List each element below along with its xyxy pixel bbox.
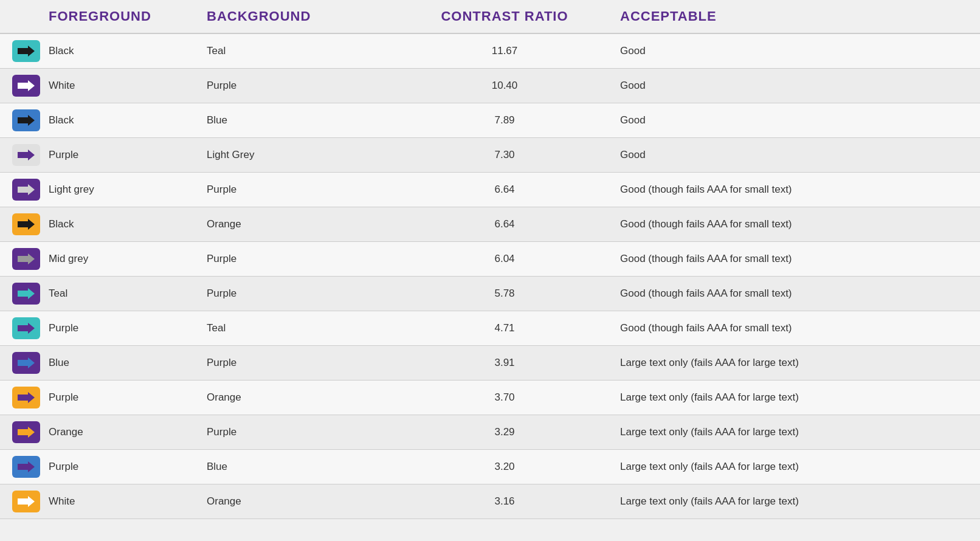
foreground-label: Light grey bbox=[49, 184, 94, 196]
svg-marker-4 bbox=[18, 184, 35, 195]
color-badge bbox=[12, 40, 40, 62]
color-badge bbox=[12, 213, 40, 235]
color-badge bbox=[12, 248, 40, 270]
table-row: PurpleLight Grey7.30Good bbox=[0, 138, 980, 173]
foreground-cell: Mid grey bbox=[12, 248, 182, 270]
foreground-cell: Blue bbox=[12, 352, 182, 374]
background-cell: Orange bbox=[195, 484, 401, 519]
background-label: Teal bbox=[207, 322, 226, 334]
foreground-label: Blue bbox=[49, 357, 69, 369]
background-cell: Teal bbox=[195, 311, 401, 346]
contrast-ratio-table-container: FOREGROUND BACKGROUND CONTRAST RATIO ACC… bbox=[0, 0, 980, 541]
color-badge bbox=[12, 317, 40, 339]
acceptable-label: Good bbox=[608, 103, 980, 138]
background-cell: Light Grey bbox=[195, 138, 401, 173]
foreground-label: Black bbox=[49, 45, 74, 57]
color-badge bbox=[12, 283, 40, 305]
contrast-ratio-value: 5.78 bbox=[401, 277, 608, 311]
color-badge bbox=[12, 421, 40, 443]
contrast-ratio-value: 6.64 bbox=[401, 207, 608, 242]
background-label: Orange bbox=[207, 218, 241, 230]
foreground-label: Purple bbox=[49, 322, 78, 334]
svg-marker-0 bbox=[18, 46, 35, 57]
background-label: Purple bbox=[207, 357, 236, 368]
svg-marker-1 bbox=[18, 80, 35, 91]
color-badge bbox=[12, 144, 40, 166]
background-label: Purple bbox=[207, 426, 236, 438]
acceptable-label: Large text only (fails AAA for large tex… bbox=[608, 484, 980, 519]
header-contrast-ratio: CONTRAST RATIO bbox=[401, 0, 608, 33]
svg-marker-8 bbox=[18, 323, 35, 334]
svg-marker-2 bbox=[18, 115, 35, 126]
acceptable-label: Good (though fails AAA for small text) bbox=[608, 207, 980, 242]
svg-marker-6 bbox=[18, 253, 35, 264]
foreground-label: Black bbox=[49, 218, 74, 230]
table-row: TealPurple5.78Good (though fails AAA for… bbox=[0, 277, 980, 311]
background-label: Light Grey bbox=[207, 149, 254, 160]
acceptable-label: Good (though fails AAA for small text) bbox=[608, 242, 980, 277]
background-cell: Purple bbox=[195, 277, 401, 311]
foreground-label: White bbox=[49, 495, 75, 508]
table-row: WhitePurple10.40Good bbox=[0, 69, 980, 103]
color-badge bbox=[12, 352, 40, 374]
background-cell: Blue bbox=[195, 103, 401, 138]
header-acceptable: ACCEPTABLE bbox=[608, 0, 980, 33]
acceptable-label: Large text only (fails AAA for large tex… bbox=[608, 381, 980, 415]
svg-marker-3 bbox=[18, 150, 35, 160]
foreground-cell: Purple bbox=[12, 387, 182, 408]
background-label: Purple bbox=[207, 253, 236, 264]
background-label: Purple bbox=[207, 184, 236, 195]
contrast-ratio-value: 7.30 bbox=[401, 138, 608, 173]
contrast-ratio-value: 11.67 bbox=[401, 33, 608, 69]
header-background: BACKGROUND bbox=[195, 0, 401, 33]
foreground-label: Purple bbox=[49, 149, 78, 161]
background-cell: Purple bbox=[195, 415, 401, 450]
contrast-ratio-value: 3.70 bbox=[401, 381, 608, 415]
foreground-cell: Purple bbox=[12, 144, 182, 166]
contrast-ratio-value: 6.64 bbox=[401, 173, 608, 207]
background-cell: Purple bbox=[195, 346, 401, 381]
table-row: BlackOrange6.64Good (though fails AAA fo… bbox=[0, 207, 980, 242]
background-label: Purple bbox=[207, 80, 236, 91]
background-label: Orange bbox=[207, 391, 241, 403]
acceptable-label: Good (though fails AAA for small text) bbox=[608, 277, 980, 311]
acceptable-label: Large text only (fails AAA for large tex… bbox=[608, 415, 980, 450]
background-cell: Purple bbox=[195, 173, 401, 207]
table-row: PurpleBlue3.20Large text only (fails AAA… bbox=[0, 450, 980, 484]
background-label: Teal bbox=[207, 45, 226, 57]
background-cell: Teal bbox=[195, 33, 401, 69]
acceptable-label: Good bbox=[608, 138, 980, 173]
foreground-cell: Black bbox=[12, 213, 182, 235]
background-label: Blue bbox=[207, 114, 227, 126]
foreground-cell: White bbox=[12, 491, 182, 512]
svg-marker-9 bbox=[18, 357, 35, 368]
color-badge bbox=[12, 491, 40, 512]
background-cell: Orange bbox=[195, 207, 401, 242]
foreground-cell: Orange bbox=[12, 421, 182, 443]
table-row: Mid greyPurple6.04Good (though fails AAA… bbox=[0, 242, 980, 277]
acceptable-label: Good bbox=[608, 33, 980, 69]
color-badge bbox=[12, 109, 40, 131]
acceptable-label: Large text only (fails AAA for large tex… bbox=[608, 450, 980, 484]
background-cell: Orange bbox=[195, 381, 401, 415]
background-cell: Purple bbox=[195, 242, 401, 277]
table-row: PurpleTeal4.71Good (though fails AAA for… bbox=[0, 311, 980, 346]
foreground-cell: Purple bbox=[12, 456, 182, 478]
table-row: Light greyPurple6.64Good (though fails A… bbox=[0, 173, 980, 207]
foreground-label: White bbox=[49, 80, 75, 92]
contrast-ratio-value: 3.29 bbox=[401, 415, 608, 450]
contrast-ratio-value: 6.04 bbox=[401, 242, 608, 277]
table-header-row: FOREGROUND BACKGROUND CONTRAST RATIO ACC… bbox=[0, 0, 980, 33]
svg-marker-12 bbox=[18, 461, 35, 472]
background-cell: Purple bbox=[195, 69, 401, 103]
table-row: BlackTeal11.67Good bbox=[0, 33, 980, 69]
svg-marker-10 bbox=[18, 392, 35, 403]
foreground-cell: Black bbox=[12, 109, 182, 131]
acceptable-label: Good (though fails AAA for small text) bbox=[608, 311, 980, 346]
acceptable-label: Good bbox=[608, 69, 980, 103]
foreground-label: Mid grey bbox=[49, 253, 88, 265]
foreground-label: Orange bbox=[49, 426, 83, 438]
foreground-label: Purple bbox=[49, 391, 78, 404]
color-badge bbox=[12, 456, 40, 478]
table-row: OrangePurple3.29Large text only (fails A… bbox=[0, 415, 980, 450]
